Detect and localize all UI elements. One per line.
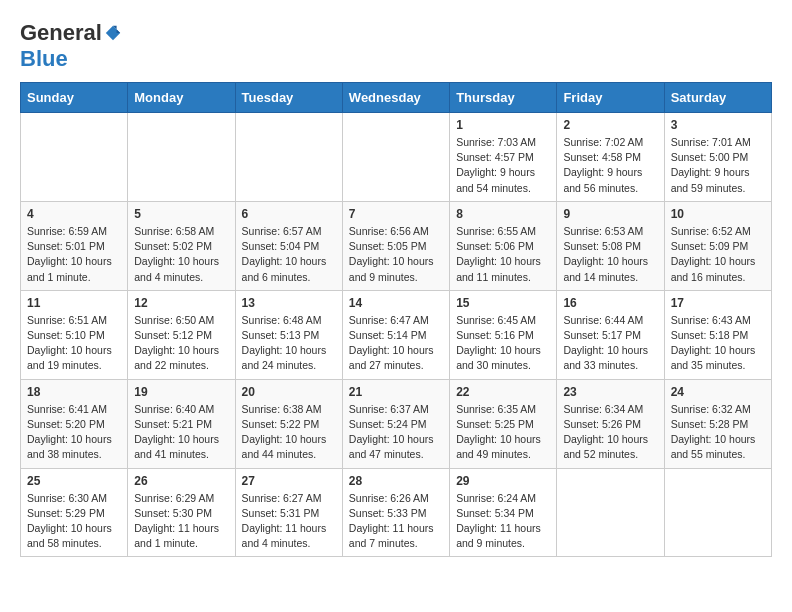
day-number: 12 [134,296,228,310]
calendar-cell: 28Sunrise: 6:26 AMSunset: 5:33 PMDayligh… [342,468,449,557]
day-info: Sunrise: 6:53 AMSunset: 5:08 PMDaylight:… [563,224,657,285]
logo: General Blue [20,20,122,72]
calendar-cell: 18Sunrise: 6:41 AMSunset: 5:20 PMDayligh… [21,379,128,468]
calendar-cell: 4Sunrise: 6:59 AMSunset: 5:01 PMDaylight… [21,201,128,290]
day-number: 20 [242,385,336,399]
calendar-cell: 8Sunrise: 6:55 AMSunset: 5:06 PMDaylight… [450,201,557,290]
logo-general: General [20,20,102,46]
day-number: 3 [671,118,765,132]
calendar-cell: 27Sunrise: 6:27 AMSunset: 5:31 PMDayligh… [235,468,342,557]
calendar-cell: 9Sunrise: 6:53 AMSunset: 5:08 PMDaylight… [557,201,664,290]
calendar-cell: 22Sunrise: 6:35 AMSunset: 5:25 PMDayligh… [450,379,557,468]
day-number: 10 [671,207,765,221]
calendar-week-row: 11Sunrise: 6:51 AMSunset: 5:10 PMDayligh… [21,290,772,379]
calendar-week-row: 25Sunrise: 6:30 AMSunset: 5:29 PMDayligh… [21,468,772,557]
day-number: 13 [242,296,336,310]
calendar-cell: 16Sunrise: 6:44 AMSunset: 5:17 PMDayligh… [557,290,664,379]
day-number: 2 [563,118,657,132]
logo-blue: Blue [20,46,122,72]
day-info: Sunrise: 6:24 AMSunset: 5:34 PMDaylight:… [456,491,550,552]
day-info: Sunrise: 6:41 AMSunset: 5:20 PMDaylight:… [27,402,121,463]
day-info: Sunrise: 6:56 AMSunset: 5:05 PMDaylight:… [349,224,443,285]
day-info: Sunrise: 7:02 AMSunset: 4:58 PMDaylight:… [563,135,657,196]
day-number: 8 [456,207,550,221]
day-info: Sunrise: 6:34 AMSunset: 5:26 PMDaylight:… [563,402,657,463]
day-info: Sunrise: 6:37 AMSunset: 5:24 PMDaylight:… [349,402,443,463]
logo-icon [104,24,122,42]
day-number: 21 [349,385,443,399]
day-number: 1 [456,118,550,132]
calendar-cell [557,468,664,557]
calendar-cell: 23Sunrise: 6:34 AMSunset: 5:26 PMDayligh… [557,379,664,468]
day-info: Sunrise: 6:58 AMSunset: 5:02 PMDaylight:… [134,224,228,285]
calendar-cell: 26Sunrise: 6:29 AMSunset: 5:30 PMDayligh… [128,468,235,557]
day-info: Sunrise: 6:43 AMSunset: 5:18 PMDaylight:… [671,313,765,374]
day-info: Sunrise: 6:47 AMSunset: 5:14 PMDaylight:… [349,313,443,374]
calendar-cell: 14Sunrise: 6:47 AMSunset: 5:14 PMDayligh… [342,290,449,379]
day-number: 25 [27,474,121,488]
day-number: 11 [27,296,121,310]
calendar-cell [128,113,235,202]
calendar-cell: 29Sunrise: 6:24 AMSunset: 5:34 PMDayligh… [450,468,557,557]
day-info: Sunrise: 6:32 AMSunset: 5:28 PMDaylight:… [671,402,765,463]
day-of-week-header: Thursday [450,83,557,113]
calendar-cell [235,113,342,202]
calendar-cell: 2Sunrise: 7:02 AMSunset: 4:58 PMDaylight… [557,113,664,202]
day-info: Sunrise: 7:03 AMSunset: 4:57 PMDaylight:… [456,135,550,196]
day-info: Sunrise: 6:50 AMSunset: 5:12 PMDaylight:… [134,313,228,374]
day-info: Sunrise: 6:40 AMSunset: 5:21 PMDaylight:… [134,402,228,463]
day-info: Sunrise: 6:45 AMSunset: 5:16 PMDaylight:… [456,313,550,374]
calendar-cell: 10Sunrise: 6:52 AMSunset: 5:09 PMDayligh… [664,201,771,290]
day-info: Sunrise: 6:29 AMSunset: 5:30 PMDaylight:… [134,491,228,552]
day-number: 6 [242,207,336,221]
day-info: Sunrise: 6:52 AMSunset: 5:09 PMDaylight:… [671,224,765,285]
calendar-cell: 1Sunrise: 7:03 AMSunset: 4:57 PMDaylight… [450,113,557,202]
day-number: 9 [563,207,657,221]
calendar-week-row: 1Sunrise: 7:03 AMSunset: 4:57 PMDaylight… [21,113,772,202]
day-number: 26 [134,474,228,488]
day-number: 14 [349,296,443,310]
calendar-cell: 13Sunrise: 6:48 AMSunset: 5:13 PMDayligh… [235,290,342,379]
day-info: Sunrise: 6:59 AMSunset: 5:01 PMDaylight:… [27,224,121,285]
day-info: Sunrise: 6:57 AMSunset: 5:04 PMDaylight:… [242,224,336,285]
calendar-cell: 21Sunrise: 6:37 AMSunset: 5:24 PMDayligh… [342,379,449,468]
day-info: Sunrise: 6:55 AMSunset: 5:06 PMDaylight:… [456,224,550,285]
day-number: 18 [27,385,121,399]
calendar-cell: 3Sunrise: 7:01 AMSunset: 5:00 PMDaylight… [664,113,771,202]
day-info: Sunrise: 7:01 AMSunset: 5:00 PMDaylight:… [671,135,765,196]
day-number: 28 [349,474,443,488]
day-of-week-header: Tuesday [235,83,342,113]
calendar-week-row: 18Sunrise: 6:41 AMSunset: 5:20 PMDayligh… [21,379,772,468]
calendar-cell [21,113,128,202]
day-number: 4 [27,207,121,221]
day-number: 17 [671,296,765,310]
calendar-cell: 15Sunrise: 6:45 AMSunset: 5:16 PMDayligh… [450,290,557,379]
calendar-cell: 5Sunrise: 6:58 AMSunset: 5:02 PMDaylight… [128,201,235,290]
day-of-week-header: Sunday [21,83,128,113]
day-of-week-header: Friday [557,83,664,113]
calendar-week-row: 4Sunrise: 6:59 AMSunset: 5:01 PMDaylight… [21,201,772,290]
calendar-cell: 24Sunrise: 6:32 AMSunset: 5:28 PMDayligh… [664,379,771,468]
day-number: 5 [134,207,228,221]
day-of-week-header: Saturday [664,83,771,113]
page-header: General Blue [20,20,772,72]
day-info: Sunrise: 6:27 AMSunset: 5:31 PMDaylight:… [242,491,336,552]
day-info: Sunrise: 6:51 AMSunset: 5:10 PMDaylight:… [27,313,121,374]
calendar-cell: 7Sunrise: 6:56 AMSunset: 5:05 PMDaylight… [342,201,449,290]
day-number: 16 [563,296,657,310]
calendar: SundayMondayTuesdayWednesdayThursdayFrid… [20,82,772,557]
day-number: 19 [134,385,228,399]
calendar-cell: 20Sunrise: 6:38 AMSunset: 5:22 PMDayligh… [235,379,342,468]
day-of-week-header: Wednesday [342,83,449,113]
day-info: Sunrise: 6:44 AMSunset: 5:17 PMDaylight:… [563,313,657,374]
day-number: 27 [242,474,336,488]
calendar-header: SundayMondayTuesdayWednesdayThursdayFrid… [21,83,772,113]
calendar-cell: 11Sunrise: 6:51 AMSunset: 5:10 PMDayligh… [21,290,128,379]
calendar-cell: 12Sunrise: 6:50 AMSunset: 5:12 PMDayligh… [128,290,235,379]
day-number: 22 [456,385,550,399]
day-info: Sunrise: 6:38 AMSunset: 5:22 PMDaylight:… [242,402,336,463]
day-info: Sunrise: 6:48 AMSunset: 5:13 PMDaylight:… [242,313,336,374]
day-number: 15 [456,296,550,310]
calendar-cell [342,113,449,202]
day-of-week-header: Monday [128,83,235,113]
